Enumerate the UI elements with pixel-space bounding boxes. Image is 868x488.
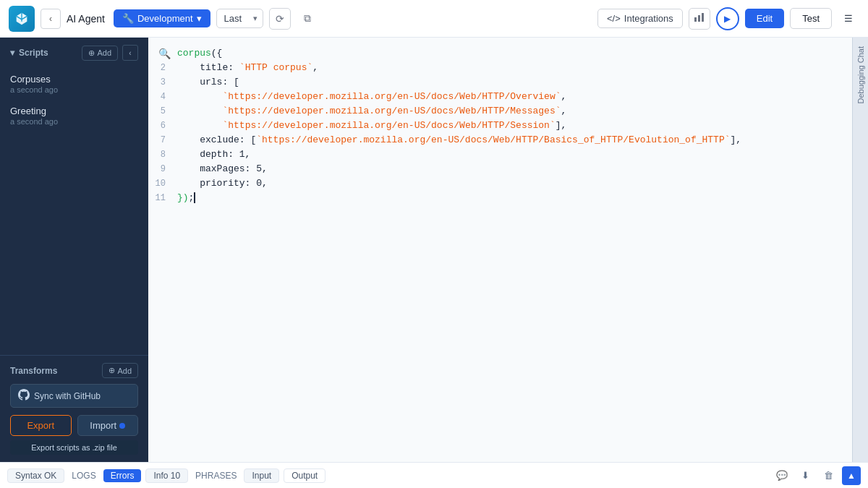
trash-icon: 🗑: [824, 470, 833, 481]
environment-button[interactable]: 🔧 Development ▾: [114, 9, 210, 27]
editor-area: 🔍 1 corpus({ 2 title: `HTTP corpus`, 3 u…: [148, 38, 852, 462]
svg-rect-0: [694, 17, 697, 22]
last-select[interactable]: Last: [216, 9, 263, 28]
plus-icon: ⊕: [109, 366, 115, 375]
debugging-chat-label[interactable]: Debugging Chat: [854, 38, 868, 113]
info-badge[interactable]: Info 10: [145, 468, 188, 483]
collapse-button[interactable]: ‹: [122, 45, 138, 61]
menu-button[interactable]: ☰: [838, 8, 859, 30]
add-script-button[interactable]: ⊕ Add: [82, 46, 118, 61]
transforms-section: Transforms ⊕ Add Sync with GitHub Export…: [0, 355, 148, 462]
logs-label: LOGS: [69, 471, 98, 481]
code-line-3: 3 urls: [: [148, 75, 852, 90]
download-icon-button[interactable]: ⬇: [796, 466, 814, 485]
code-line-9: 9 maxPages: 5,: [148, 162, 852, 176]
add-transform-button[interactable]: ⊕ Add: [102, 363, 138, 378]
top-nav: ‹ AI Agent 🔧 Development ▾ Last ⟳ ⧉ </> …: [0, 0, 868, 38]
phrases-label: PHRASES: [192, 471, 239, 481]
code-line-8: 8 depth: 1,: [148, 147, 852, 162]
back-button[interactable]: ‹: [41, 9, 61, 29]
scripts-title: ▾ Scripts: [10, 48, 48, 58]
wrench-icon: 🔧: [122, 13, 134, 24]
bottom-icon-buttons: 💬 ⬇ 🗑 ▲: [773, 466, 861, 485]
hamburger-icon: ☰: [844, 13, 853, 24]
code-editor[interactable]: 1 corpus({ 2 title: `HTTP corpus`, 3 url…: [148, 38, 852, 462]
svg-rect-1: [698, 15, 700, 22]
sidebar-item-time: a second ago: [10, 85, 138, 94]
code-line-10: 10 priority: 0,: [148, 176, 852, 191]
up-chevron-icon: ▲: [847, 471, 856, 481]
transforms-header: Transforms ⊕ Add: [10, 363, 138, 378]
sidebar-item-time: a second ago: [10, 117, 138, 126]
code-line-5: 5 `https://developer.mozilla.org/en-US/d…: [148, 104, 852, 119]
svg-rect-2: [702, 13, 704, 22]
transforms-title: Transforms: [10, 366, 57, 376]
code-line-1: 1 corpus({: [148, 46, 852, 61]
github-sync-button[interactable]: Sync with GitHub: [10, 384, 138, 408]
share-icon-button[interactable]: ⟳: [269, 8, 291, 30]
sidebar-item-greeting[interactable]: Greeting a second ago: [0, 100, 148, 132]
download-icon: ⬇: [801, 470, 809, 481]
app-logo: [9, 6, 35, 32]
import-label: Import: [90, 420, 116, 431]
chevron-left-icon: ‹: [49, 14, 52, 24]
import-button[interactable]: Import: [77, 415, 139, 436]
errors-badge[interactable]: Errors: [103, 469, 142, 482]
sidebar: ▾ Scripts ⊕ Add ‹ Corpuses a second ago …: [0, 38, 148, 462]
sidebar-item-name: Corpuses: [10, 74, 138, 85]
analytics-button[interactable]: [689, 8, 710, 30]
sidebar-item-corpuses[interactable]: Corpuses a second ago: [0, 68, 148, 100]
code-icon: </>: [607, 13, 621, 24]
trash-icon-button[interactable]: 🗑: [819, 466, 838, 485]
scroll-up-button[interactable]: ▲: [842, 466, 861, 485]
play-button[interactable]: ▶: [716, 7, 739, 30]
copy-icon-button[interactable]: ⧉: [297, 8, 318, 30]
chevron-down-icon: ▾: [197, 13, 202, 24]
scripts-section-header: ▾ Scripts ⊕ Add ‹: [0, 38, 148, 68]
edit-button[interactable]: Edit: [745, 9, 784, 28]
chat-icon-button[interactable]: 💬: [773, 466, 791, 485]
chat-icon: 💬: [776, 470, 788, 481]
export-button[interactable]: Export: [10, 415, 72, 436]
github-label: Sync with GitHub: [34, 391, 101, 401]
sidebar-item-name: Greeting: [10, 106, 138, 116]
last-select-wrap[interactable]: Last: [216, 9, 263, 28]
code-line-2: 2 title: `HTTP corpus`,: [148, 61, 852, 75]
play-icon: ▶: [724, 14, 731, 24]
input-badge[interactable]: Input: [244, 468, 279, 483]
chevron-down-icon: ▾: [10, 48, 14, 58]
right-panel: Debugging Chat: [852, 38, 868, 462]
github-icon: [18, 389, 30, 403]
plus-icon: ⊕: [88, 48, 95, 58]
collapse-icon: ‹: [129, 49, 131, 57]
code-line-4: 4 `https://developer.mozilla.org/en-US/d…: [148, 90, 852, 104]
code-line-7: 7 exclude: [`https://developer.mozilla.o…: [148, 133, 852, 147]
agent-label: AI Agent: [67, 13, 105, 25]
sidebar-spacer: [0, 132, 148, 355]
import-dot-indicator: [119, 423, 125, 429]
integrations-button[interactable]: </> Integrations: [597, 9, 683, 28]
code-line-6: 6 `https://developer.mozilla.org/en-US/d…: [148, 119, 852, 133]
test-button[interactable]: Test: [790, 8, 832, 29]
bar-chart-icon: [694, 12, 705, 25]
output-badge[interactable]: Output: [284, 468, 326, 483]
export-tooltip: Export scripts as .zip file: [10, 440, 138, 455]
search-icon[interactable]: 🔍: [158, 48, 171, 59]
share-icon: ⟳: [276, 13, 284, 25]
bottom-bar: Syntax OK LOGS Errors Info 10 PHRASES In…: [0, 462, 868, 488]
export-import-buttons: Export Import: [10, 415, 138, 436]
syntax-ok-badge: Syntax OK: [7, 468, 64, 483]
code-line-11: 11 });: [148, 191, 852, 205]
copy-icon: ⧉: [304, 12, 311, 25]
main-area: ▾ Scripts ⊕ Add ‹ Corpuses a second ago …: [0, 38, 868, 462]
